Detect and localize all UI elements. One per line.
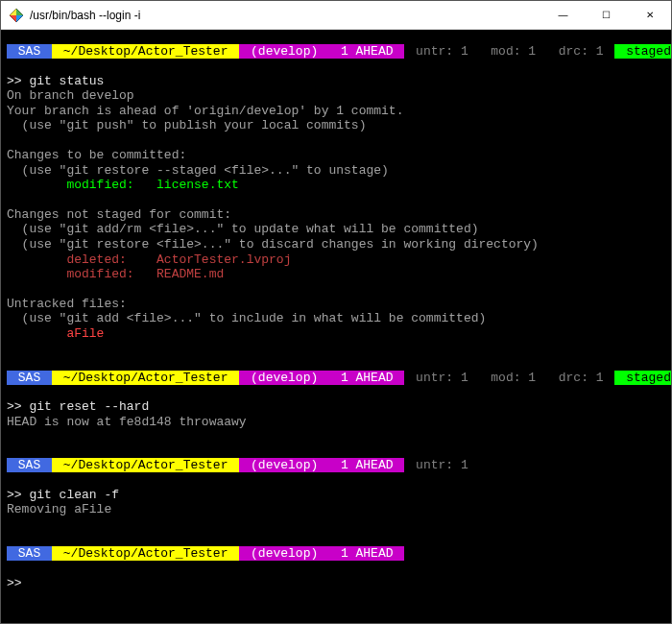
status-bar-3: SAS ~/Desktop/Actor_Tester (develop) 1 A… — [1, 458, 480, 472]
seg-staged: staged: 1 — [614, 44, 671, 59]
seg-sas: SAS — [7, 546, 52, 561]
seg-sas: SAS — [7, 458, 52, 472]
output-line: Changes to be committed: — [1, 148, 671, 163]
cmd-git-reset: >> git reset --hard — [1, 399, 671, 415]
seg-ahead: 1 AHEAD — [329, 458, 404, 472]
maximize-button[interactable]: ☐ — [585, 1, 628, 29]
seg-mod: mod: 1 — [480, 371, 547, 385]
seg-untr: untr: 1 — [404, 458, 479, 472]
seg-mod: mod: 1 — [480, 44, 547, 59]
seg-branch: (develop) — [239, 44, 329, 59]
output-line: (use "git add <file>..." to include in w… — [1, 311, 671, 326]
output-line: HEAD is now at fe8d148 throwaawy — [1, 415, 671, 430]
seg-branch: (develop) — [239, 546, 329, 561]
output-line: Your branch is ahead of 'origin/develop'… — [1, 104, 671, 119]
staged-file: modified: license.txt — [1, 178, 671, 193]
window-title: /usr/bin/bash --login -i — [30, 9, 541, 22]
terminal-body[interactable]: SAS ~/Desktop/Actor_Tester (develop) 1 A… — [1, 30, 671, 623]
output-line: (use "git restore --staged <file>..." to… — [1, 163, 671, 179]
seg-path: ~/Desktop/Actor_Tester — [52, 546, 239, 561]
output-line: Changes not staged for commit: — [1, 207, 671, 223]
seg-staged: staged: 1 — [614, 371, 671, 385]
seg-untr: untr: 1 — [404, 44, 479, 59]
cmd-git-status: >> git status — [1, 74, 671, 89]
minimize-button[interactable]: — — [541, 1, 585, 29]
seg-untr: untr: 1 — [404, 371, 479, 385]
seg-ahead: 1 AHEAD — [329, 44, 404, 59]
seg-ahead: 1 AHEAD — [329, 546, 404, 561]
output-line: (use "git push" to publish your local co… — [1, 118, 671, 133]
output-line: Removing aFile — [1, 502, 671, 517]
seg-path: ~/Desktop/Actor_Tester — [52, 458, 239, 472]
seg-path: ~/Desktop/Actor_Tester — [52, 44, 239, 59]
close-button[interactable]: ✕ — [628, 1, 671, 29]
titlebar[interactable]: /usr/bin/bash --login -i — ☐ ✕ — [1, 1, 671, 30]
status-bar-1: SAS ~/Desktop/Actor_Tester (develop) 1 A… — [1, 44, 671, 59]
seg-branch: (develop) — [239, 458, 329, 472]
window-controls: — ☐ ✕ — [541, 1, 671, 29]
output-line: (use "git add/rm <file>..." to update wh… — [1, 222, 671, 237]
output-line: On branch develop — [1, 88, 671, 104]
output-line: Untracked files: — [1, 297, 671, 312]
deleted-file: deleted: ActorTester.lvproj — [1, 252, 671, 268]
untracked-file: aFile — [1, 326, 671, 342]
seg-ahead: 1 AHEAD — [329, 371, 404, 385]
seg-branch: (develop) — [239, 371, 329, 385]
cmd-git-clean: >> git clean -f — [1, 488, 671, 503]
seg-sas: SAS — [7, 44, 52, 59]
modified-file: modified: README.md — [1, 267, 671, 282]
seg-sas: SAS — [7, 371, 52, 385]
output-line: (use "git restore <file>..." to discard … — [1, 237, 671, 252]
app-icon — [9, 8, 24, 23]
prompt[interactable]: >> — [1, 576, 671, 591]
svg-marker-4 — [10, 9, 16, 15]
status-bar-2: SAS ~/Desktop/Actor_Tester (develop) 1 A… — [1, 371, 671, 385]
terminal-window: /usr/bin/bash --login -i — ☐ ✕ SAS ~/Des… — [0, 0, 672, 624]
seg-drc: drc: 1 — [547, 44, 614, 59]
seg-drc: drc: 1 — [547, 371, 614, 385]
svg-marker-2 — [16, 15, 23, 22]
seg-path: ~/Desktop/Actor_Tester — [52, 371, 239, 385]
status-bar-4: SAS ~/Desktop/Actor_Tester (develop) 1 A… — [1, 546, 404, 561]
